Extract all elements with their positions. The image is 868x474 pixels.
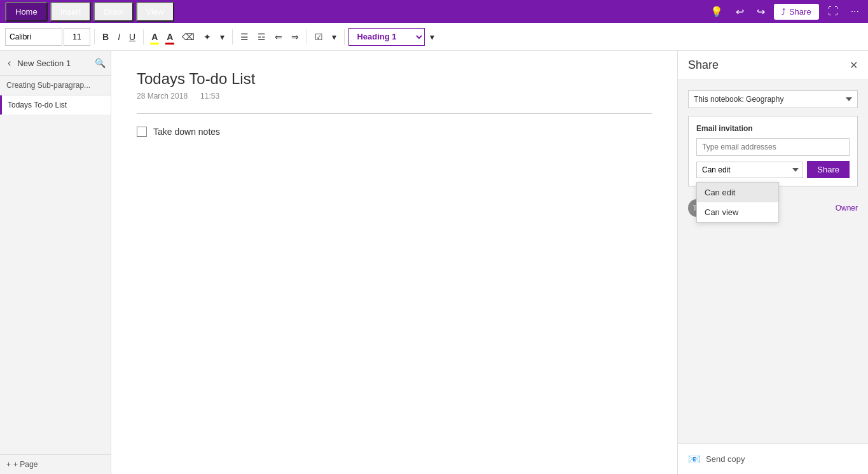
lightbulb-icon[interactable]: 💡 — [706, 3, 727, 20]
nav-tab-draw[interactable]: Draw — [93, 2, 133, 22]
sidebar-back-button[interactable]: ‹ — [5, 56, 13, 70]
toolbar-separator-5 — [344, 29, 345, 45]
share-panel-header: Share ✕ — [678, 51, 868, 80]
page-date: 28 March 2018 — [137, 92, 188, 101]
share-submit-button[interactable]: Share — [807, 161, 850, 178]
sidebar-header: ‹ New Section 1 🔍 — [0, 51, 111, 76]
add-page-button[interactable]: + + Page — [6, 460, 38, 469]
toolbar-separator-4 — [307, 29, 307, 45]
sidebar-page-item-todo[interactable]: Todays To-do List — [0, 95, 111, 115]
font-color-bar — [165, 43, 174, 45]
nav-tab-insert[interactable]: Insert — [50, 2, 92, 22]
increase-indent-button[interactable]: ⇒ — [287, 28, 303, 46]
font-color-icon: A — [167, 32, 173, 42]
font-family-input[interactable] — [5, 28, 62, 46]
toolbar-separator-3 — [232, 29, 233, 45]
content-area: Todays To-do List 28 March 2018 11:53 Ta… — [111, 51, 677, 474]
todo-checkbox-1[interactable] — [137, 127, 147, 137]
share-panel-title: Share — [688, 59, 719, 72]
sidebar-footer: + + Page — [0, 454, 111, 474]
email-invitation-label: Email invitation — [696, 124, 850, 133]
owner-badge: Owner — [836, 204, 858, 213]
bullet-list-button[interactable]: ☰ — [237, 28, 252, 46]
redo-button[interactable]: ↪ — [753, 3, 769, 20]
notebook-select[interactable]: This notebook: Geography This page — [688, 90, 858, 108]
font-color-wrapper: A — [163, 28, 177, 46]
permission-select[interactable]: Can edit Can view — [696, 162, 803, 178]
title-bar-right: 💡 ↩ ↪ ⤴ Share ⛶ ··· — [706, 3, 863, 20]
checkbox-dropdown-button[interactable]: ▾ — [328, 28, 340, 46]
page-divider — [137, 113, 652, 114]
share-panel-footer: 📧 Send copy — [678, 443, 868, 474]
add-page-icon: + — [6, 460, 11, 469]
email-invitation-box: Email invitation Can edit Can view Can e… — [688, 116, 858, 186]
toolbar: B I U A A ⌫ ✦ ▾ ☰ ☲ ⇐ ⇒ ☑ ▾ Heading 1 ▾ — [0, 23, 868, 51]
sidebar: ‹ New Section 1 🔍 Creating Sub-paragrap.… — [0, 51, 111, 474]
share-panel-close-button[interactable]: ✕ — [850, 59, 858, 71]
page-time: 11:53 — [200, 92, 219, 101]
permission-dropdown-menu: Can edit Can view — [696, 182, 779, 223]
checkbox-button[interactable]: ☑ — [311, 28, 327, 46]
underline-button[interactable]: U — [125, 28, 139, 46]
send-copy-icon: 📧 — [688, 453, 701, 465]
eraser-button[interactable]: ⌫ — [178, 28, 198, 46]
share-icon: ⤴ — [782, 7, 786, 17]
title-bar: Home Insert Draw View 💡 ↩ ↪ ⤴ Share ⛶ ··… — [0, 0, 868, 23]
decrease-indent-button[interactable]: ⇐ — [271, 28, 286, 46]
highlight-wrapper: A — [148, 28, 162, 46]
highlight-button[interactable]: A — [148, 28, 162, 46]
heading-style-dropdown-button[interactable]: ▾ — [426, 28, 438, 46]
email-input[interactable] — [696, 138, 850, 156]
sidebar-section-label[interactable]: Creating Sub-paragrap... — [0, 76, 111, 95]
toolbar-separator-1 — [94, 29, 95, 45]
dropdown-item-can-view[interactable]: Can view — [697, 202, 778, 222]
todo-text-1: Take down notes — [153, 127, 220, 137]
share-panel-body: This notebook: Geography This page Email… — [678, 80, 868, 443]
toolbar-separator-2 — [143, 29, 144, 45]
undo-button[interactable]: ↩ — [732, 3, 748, 20]
heading-style-select[interactable]: Heading 1 — [348, 28, 425, 46]
sidebar-search-button[interactable]: 🔍 — [95, 58, 106, 68]
send-copy-button[interactable]: 📧 Send copy — [688, 453, 745, 465]
share-panel: Share ✕ This notebook: Geography This pa… — [677, 51, 868, 474]
more-options-icon[interactable]: ··· — [847, 3, 863, 20]
bold-button[interactable]: B — [99, 28, 113, 46]
eraser2-button[interactable]: ✦ — [200, 28, 215, 46]
italic-button[interactable]: I — [114, 28, 124, 46]
permission-select-wrapper: Can edit Can view Can edit Can view — [696, 162, 803, 178]
highlight-icon: A — [151, 32, 158, 42]
highlight-color-bar — [150, 43, 159, 45]
send-copy-label: Send copy — [706, 454, 745, 464]
expand-icon[interactable]: ⛶ — [824, 3, 842, 20]
dropdown-item-can-edit[interactable]: Can edit — [697, 183, 778, 202]
nav-tab-home[interactable]: Home — [5, 2, 48, 22]
page-meta: 28 March 2018 11:53 — [137, 92, 652, 101]
todo-item-1: Take down notes — [137, 127, 652, 137]
numbered-list-button[interactable]: ☲ — [254, 28, 270, 46]
email-controls: Can edit Can view Can edit Can view Shar… — [696, 161, 850, 178]
font-color-button[interactable]: A — [163, 28, 177, 46]
nav-tab-view[interactable]: View — [136, 2, 174, 22]
share-button[interactable]: ⤴ Share — [774, 4, 819, 20]
main-layout: ‹ New Section 1 🔍 Creating Sub-paragrap.… — [0, 51, 868, 474]
page-title: Todays To-do List — [137, 70, 652, 88]
font-size-input[interactable] — [64, 28, 90, 46]
sidebar-title: New Section 1 — [17, 59, 91, 68]
expand-color-button[interactable]: ▾ — [216, 28, 228, 46]
